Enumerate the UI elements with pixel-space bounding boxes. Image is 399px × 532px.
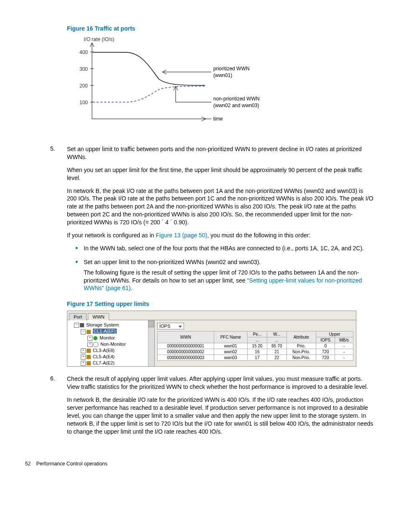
col-wwn: WWN <box>158 332 214 343</box>
tree-monitor[interactable]: Monitor <box>100 335 115 340</box>
col-iops: IOPS <box>316 337 335 343</box>
tree-cl7a[interactable]: CL7-A(E2) <box>93 360 115 365</box>
step5-number: 5. <box>50 145 55 152</box>
step-6: 6. Check the result of applying upper li… <box>25 375 374 435</box>
footer-title: Performance Control operations <box>36 461 107 467</box>
step6-p1: Check the result of applying upper limit… <box>67 375 374 391</box>
step5-p4: If your network is configured as in Figu… <box>67 231 374 239</box>
col-upper: Upper <box>316 332 353 337</box>
tree-pane: − Storage System − CL1-A(EF) + Monitor +… <box>67 320 155 366</box>
col-w: W... <box>267 332 286 337</box>
col-pfc: PFC Name <box>214 332 247 343</box>
series-nonprioritized <box>93 86 205 102</box>
tree-nonmonitor[interactable]: Non-Monitor <box>100 342 126 347</box>
expand-icon[interactable]: + <box>81 348 86 353</box>
step6-number: 6. <box>50 375 55 382</box>
tick-100: 100 <box>79 100 88 105</box>
nonmonitor-icon <box>93 342 98 347</box>
expand-icon[interactable]: + <box>87 336 92 341</box>
expand-icon[interactable]: + <box>81 361 86 366</box>
tick-400: 400 <box>79 49 88 55</box>
tick-200: 200 <box>79 83 88 89</box>
table-row[interactable]: 0000000000000002wwn02 1621 Non-Prio.720- <box>158 349 353 355</box>
callout-prio-1: prioritized WWN <box>213 66 250 72</box>
step-5: 5. Set an upper limit to traffic between… <box>25 145 374 292</box>
step5-bullet1: In the WWN tab, select one of the four p… <box>75 244 374 252</box>
figure17-ui: Port WWN − Storage System − CL1-A(EF) + … <box>67 311 374 367</box>
expand-icon[interactable]: + <box>87 342 92 347</box>
figure17-caption: Figure 17 Setting upper limits <box>67 301 374 307</box>
step6-p2: In network B, the desirable I/O rate for… <box>67 396 374 435</box>
folder-icon <box>87 349 91 353</box>
callout-prio-2: (wwn01) <box>213 72 232 78</box>
folder-icon <box>87 361 91 365</box>
wwn-table: WWN PFC Name Pe... W... Attribute Upper … <box>157 331 353 361</box>
step5-bullet2: Set an upper limit to the non-prioritize… <box>75 258 374 293</box>
page-number: 52 <box>25 461 31 467</box>
step5-p1: Set an upper limit to traffic between po… <box>67 145 374 161</box>
series-prioritized <box>93 52 205 85</box>
tree-scrollbar[interactable] <box>148 320 154 366</box>
callout-nonprio-2: (wwn02 and wwn03) <box>213 103 259 108</box>
folder-icon <box>87 355 91 359</box>
col-attr: Attribute <box>286 332 316 343</box>
storage-icon <box>80 323 84 327</box>
table-row[interactable]: 0000000000000003wwn03 1722 Non-Prio.720- <box>158 355 353 361</box>
callout-nonprio-1: non-prioritized WWN <box>213 96 260 102</box>
x-label: time <box>213 116 223 122</box>
tab-wwn[interactable]: WWN <box>88 313 109 320</box>
collapse-icon[interactable]: − <box>74 323 79 328</box>
chevron-down-icon <box>179 326 182 328</box>
collapse-icon[interactable]: − <box>81 329 86 334</box>
tree-root[interactable]: Storage System <box>86 322 119 327</box>
step5-p3: In network B, the peak I/O rate at the p… <box>67 187 374 226</box>
step5-p2: When you set an upper limit for the firs… <box>67 166 374 182</box>
folder-icon <box>87 330 91 334</box>
tab-port[interactable]: Port <box>69 313 87 320</box>
table-row[interactable]: 0000000000000001wwn01 15 20 65 70 Prio.0… <box>158 343 353 349</box>
monitor-icon <box>93 336 97 340</box>
tree-cl5a[interactable]: CL5-A(E4) <box>93 354 115 359</box>
figure16-caption: Figure 16 Traffic at ports <box>67 25 374 32</box>
traffic-chart: I/O rate (IO/s) 400 300 200 100 prioriti… <box>67 35 374 133</box>
page-footer: 52 Performance Control operations <box>25 461 374 467</box>
col-pe: Pe... <box>248 332 267 337</box>
tree-cl3a[interactable]: CL3-A(E8) <box>93 348 115 353</box>
expand-icon[interactable]: + <box>81 355 86 360</box>
units-dropdown[interactable]: IOPS <box>157 323 184 329</box>
y-label: I/O rate (IO/s) <box>84 36 114 42</box>
col-mbs: MB/s <box>335 337 353 343</box>
tree-cl1a[interactable]: CL1-A(EF) <box>93 329 117 334</box>
chart-svg: I/O rate (IO/s) 400 300 200 100 prioriti… <box>67 35 301 131</box>
tick-300: 300 <box>79 66 88 72</box>
link-figure13[interactable]: Figure 13 (page 50) <box>156 232 207 239</box>
